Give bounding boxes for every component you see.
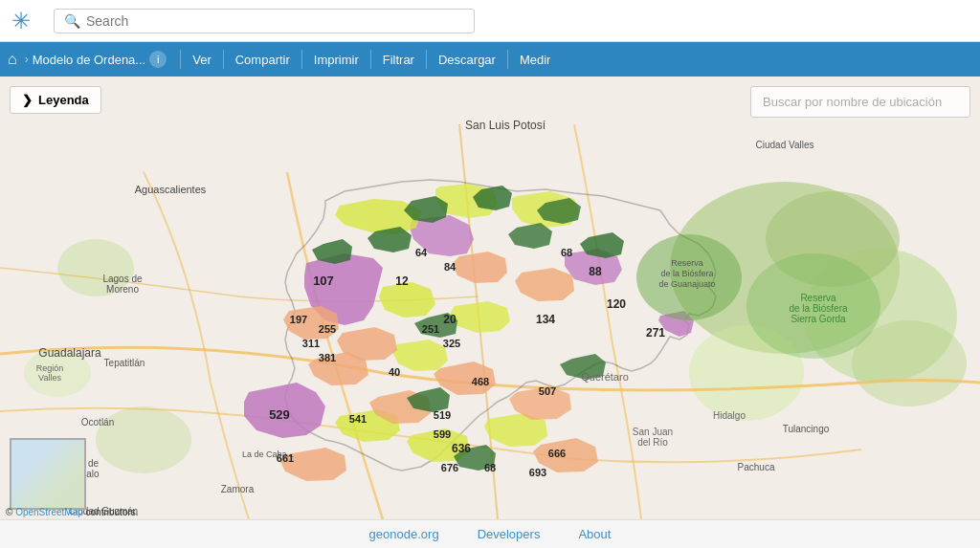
svg-text:12: 12: [395, 274, 409, 288]
svg-text:Tulancingo: Tulancingo: [783, 424, 830, 434]
svg-text:381: 381: [319, 352, 336, 363]
footer-about-link[interactable]: About: [578, 527, 611, 541]
header: ✳ 🔍: [0, 0, 980, 42]
svg-text:64: 64: [415, 247, 428, 258]
svg-marker-25: [452, 252, 507, 283]
nav-ver-button[interactable]: Ver: [183, 42, 221, 77]
svg-text:255: 255: [319, 323, 336, 335]
svg-text:Lagos de: Lagos de: [102, 274, 143, 284]
svg-text:San Luis Potosí: San Luis Potosí: [465, 119, 546, 132]
search-icon: 🔍: [64, 13, 80, 29]
svg-text:de la Biósfera: de la Biósfera: [789, 303, 848, 314]
nav-filtrar-button[interactable]: Filtrar: [373, 42, 424, 77]
search-bar[interactable]: 🔍: [54, 9, 475, 33]
legend-label: Leyenda: [38, 93, 89, 107]
nav-divider-1: [180, 50, 181, 69]
svg-text:Región: Región: [36, 363, 64, 373]
svg-text:120: 120: [607, 297, 626, 311]
svg-text:693: 693: [529, 467, 546, 478]
svg-text:Pachuca: Pachuca: [738, 462, 775, 472]
svg-text:88: 88: [589, 265, 602, 278]
svg-text:325: 325: [443, 338, 460, 349]
svg-marker-26: [515, 268, 574, 301]
svg-text:de la Biósfera: de la Biósfera: [660, 269, 713, 278]
location-search[interactable]: Buscar por nombre de ubicación: [750, 86, 970, 118]
svg-text:20: 20: [443, 313, 457, 326]
mini-map: [10, 438, 86, 510]
svg-text:Zamora: Zamora: [221, 484, 255, 494]
info-icon: i: [157, 54, 159, 65]
svg-text:468: 468: [472, 376, 489, 387]
svg-text:Ocotlán: Ocotlán: [81, 417, 114, 427]
map-attribution: © OpenStreetMap contributors.: [6, 507, 139, 517]
svg-text:La de Caba...: La de Caba...: [242, 449, 294, 459]
svg-text:271: 271: [646, 326, 665, 340]
svg-text:666: 666: [548, 448, 566, 459]
svg-text:507: 507: [539, 385, 556, 397]
svg-text:84: 84: [444, 261, 457, 273]
footer-developers-link[interactable]: Developers: [478, 527, 541, 541]
footer: geonode.org Developers About: [0, 519, 980, 548]
svg-text:Querétaro: Querétaro: [581, 371, 629, 383]
svg-text:134: 134: [536, 313, 555, 326]
svg-text:Morelia: Morelia: [394, 518, 430, 519]
svg-text:Valles: Valles: [38, 373, 61, 383]
svg-text:Moreno: Moreno: [106, 284, 139, 295]
svg-text:311: 311: [302, 338, 320, 349]
svg-text:San Juan: San Juan: [633, 427, 673, 437]
osm-link[interactable]: OpenStreetMap: [15, 507, 83, 517]
nav-compartir-button[interactable]: Compartir: [226, 42, 300, 77]
svg-text:Sierra Gorda: Sierra Gorda: [791, 314, 846, 324]
svg-text:Ciudad Valles: Ciudad Valles: [756, 140, 814, 150]
breadcrumb-title: Modelo de Ordena...: [33, 53, 146, 67]
nav-divider-2: [223, 50, 224, 69]
svg-text:519: 519: [434, 409, 451, 421]
svg-text:529: 529: [269, 407, 290, 422]
svg-text:de Guanajuato: de Guanajuato: [658, 279, 715, 289]
svg-text:599: 599: [434, 428, 451, 440]
svg-text:68: 68: [561, 247, 572, 258]
navbar: ⌂ › Modelo de Ordena... i Ver Compartir …: [0, 42, 980, 77]
nav-medir-button[interactable]: Medir: [510, 42, 561, 77]
search-input[interactable]: [86, 13, 464, 29]
logo-area[interactable]: ✳: [11, 8, 34, 34]
svg-text:636: 636: [452, 442, 471, 455]
svg-text:68: 68: [484, 462, 496, 473]
svg-text:676: 676: [441, 462, 458, 473]
svg-text:541: 541: [349, 413, 367, 425]
breadcrumb-separator: ›: [25, 53, 29, 66]
legend-panel[interactable]: ❯ Leyenda: [10, 86, 101, 114]
info-button[interactable]: i: [149, 51, 167, 68]
footer-geonode-link[interactable]: geonode.org: [369, 527, 439, 541]
nav-divider-6: [507, 50, 508, 69]
nav-divider-3: [301, 50, 302, 69]
svg-text:del Río: del Río: [637, 437, 668, 448]
legend-arrow-icon: ❯: [22, 93, 33, 107]
nav-divider-5: [426, 50, 427, 69]
svg-marker-18: [450, 301, 510, 333]
logo-icon: ✳: [11, 8, 31, 34]
nav-imprimir-button[interactable]: Imprimir: [304, 42, 368, 77]
svg-text:Reserva: Reserva: [671, 258, 703, 268]
svg-text:Reserva: Reserva: [800, 293, 836, 303]
location-search-placeholder: Buscar por nombre de ubicación: [763, 95, 942, 109]
svg-text:107: 107: [313, 274, 334, 288]
mini-map-inner: [11, 440, 84, 508]
nav-divider-4: [370, 50, 371, 69]
map-svg: 107 12 88 120 271 20 134 197 255 325 251…: [0, 77, 980, 519]
svg-text:251: 251: [422, 323, 439, 335]
home-button[interactable]: ⌂: [8, 51, 17, 68]
svg-marker-19: [392, 340, 448, 371]
map-container[interactable]: 107 12 88 120 271 20 134 197 255 325 251…: [0, 77, 980, 519]
svg-text:Hidalgo: Hidalgo: [713, 410, 746, 421]
svg-text:Guadalajara: Guadalajara: [38, 346, 101, 360]
svg-marker-14: [335, 199, 421, 234]
nav-descargar-button[interactable]: Descargar: [429, 42, 505, 77]
svg-text:Tepatitlán: Tepatitlán: [104, 358, 145, 368]
svg-text:40: 40: [389, 366, 400, 378]
svg-text:Aguascalientes: Aguascalientes: [135, 184, 207, 195]
svg-text:197: 197: [290, 314, 307, 325]
svg-marker-37: [508, 223, 552, 249]
